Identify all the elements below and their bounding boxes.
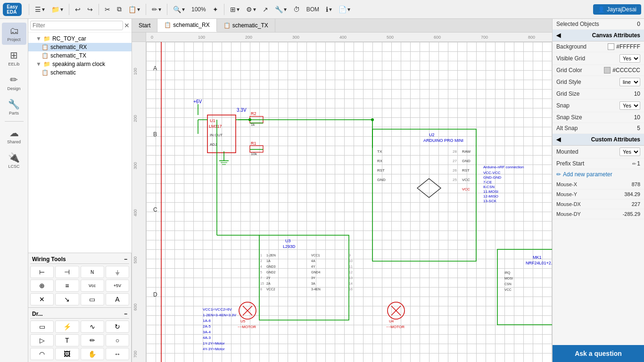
- redo-button[interactable]: ↪: [85, 4, 95, 15]
- svg-text:16: 16: [349, 288, 353, 291]
- settings-button[interactable]: ⚙▾: [244, 4, 258, 15]
- grid-button[interactable]: ⊞▾: [228, 4, 242, 15]
- canvas-with-ruler: 100 200 300 400 500 600 700 A B: [132, 42, 552, 362]
- share-button[interactable]: ↗: [260, 4, 271, 15]
- svg-point-113: [371, 118, 374, 121]
- svg-text:28: 28: [453, 149, 457, 154]
- canvas-attributes-collapse-icon: ◀: [556, 32, 561, 39]
- bus-tool[interactable]: ≡: [55, 280, 79, 292]
- canvas-attributes-label: Canvas Attributes: [592, 32, 640, 39]
- tree-item-schematic-tx[interactable]: 📋 schematic_TX: [28, 51, 132, 60]
- svg-text:11: 11: [349, 265, 353, 268]
- info-button[interactable]: ℹ▾: [323, 4, 334, 15]
- wire-tool[interactable]: ⊢: [30, 266, 54, 278]
- svg-rect-21: [372, 129, 476, 261]
- snap-size-row: Snap Size 10: [553, 112, 644, 123]
- zoom-percent-button[interactable]: 100%: [189, 5, 208, 14]
- grid-color-group[interactable]: #CCCCCC: [604, 67, 640, 74]
- snap-select[interactable]: Yes No: [619, 101, 640, 110]
- tree-item-alarm[interactable]: ▼ 📁 speaking alarm clock: [28, 60, 132, 68]
- power-port-tool[interactable]: ⏚: [106, 266, 129, 278]
- draw-button[interactable]: ✏▾: [149, 4, 164, 15]
- tab-schematic-tx[interactable]: 📋 schematic_TX: [217, 19, 275, 32]
- arc-tool[interactable]: ◠: [30, 348, 54, 360]
- net-label-tool[interactable]: N: [81, 266, 104, 278]
- custom-attributes-collapse-icon: ◀: [556, 136, 561, 143]
- tab-start[interactable]: Start: [132, 19, 157, 32]
- ruler-v-700: 700: [133, 351, 138, 358]
- hand-tool[interactable]: ✋: [81, 348, 104, 360]
- draw-tools-collapse-icon[interactable]: −: [124, 311, 127, 317]
- sidebar-item-lcsc[interactable]: 🔌 LCSC: [2, 149, 26, 172]
- tree-item-rc-toy[interactable]: ▼ 📁 RC_TOY_car: [28, 34, 132, 43]
- zoom-button[interactable]: 🔍▾: [171, 4, 187, 15]
- sidebar-left: 🗂 Project ⊞ EELib ✏ Design 🔧 Parts ☁ Sha…: [0, 19, 28, 362]
- cut-button[interactable]: ✂: [102, 4, 113, 15]
- junction-tool[interactable]: ⊕: [30, 280, 54, 292]
- vcc-tool[interactable]: Vcc: [81, 280, 104, 292]
- paste-button[interactable]: 📋▾: [126, 4, 142, 15]
- file-menu-button[interactable]: ☰▾: [33, 4, 47, 15]
- add-param-row[interactable]: ✏ Add new parameter: [553, 169, 644, 180]
- visible-grid-select[interactable]: Yes No: [619, 54, 640, 63]
- net-port-tool[interactable]: ⊣: [55, 266, 79, 278]
- export-button[interactable]: 📄▾: [336, 4, 353, 15]
- background-color-box[interactable]: [608, 43, 614, 50]
- visible-grid-row: Visible Grid Yes No: [553, 52, 644, 65]
- bus-entry-tool[interactable]: ↘: [55, 293, 79, 305]
- ruler-horizontal: 0 100 200 300 400 500 600 700 800: [132, 33, 552, 42]
- sidebar-item-elib[interactable]: ⊞ EELib: [2, 47, 26, 69]
- tree-item-schematic-alarm[interactable]: 📋 schematic: [28, 68, 132, 77]
- mounted-select[interactable]: Yes No: [619, 148, 640, 156]
- ask-question-button[interactable]: Ask a question: [553, 345, 644, 362]
- user-button[interactable]: 👤 JayrajDesai: [593, 4, 641, 15]
- prefix-start-edit-icon[interactable]: ✏: [632, 161, 636, 166]
- tab-schematic-rx[interactable]: 📋 schematic_RX: [157, 19, 216, 32]
- open-button[interactable]: 📁▾: [49, 4, 66, 15]
- bom-button[interactable]: BOM: [304, 5, 322, 14]
- sidebar-item-shared[interactable]: ☁ Shared: [2, 124, 26, 147]
- canvas-wrapper[interactable]: 0 100 200 300 400 500 600 700 800 100 20…: [132, 33, 552, 362]
- rotate-tool[interactable]: ↻: [106, 321, 129, 333]
- grid-color-box[interactable]: [604, 67, 611, 74]
- filter-input[interactable]: [30, 21, 123, 30]
- filter-clear-button[interactable]: ✕: [124, 22, 130, 29]
- arrow-tool[interactable]: ▷: [30, 334, 54, 346]
- star-button[interactable]: ✦: [210, 4, 221, 15]
- 5v-tool[interactable]: +5V: [106, 280, 129, 292]
- wiring-tools-collapse-icon[interactable]: −: [124, 256, 127, 263]
- grid-style-select[interactable]: line dot: [619, 78, 640, 86]
- svg-text:3A-4: 3A-4: [203, 330, 211, 334]
- undo-button[interactable]: ↩: [73, 4, 83, 15]
- annotation-tool[interactable]: A: [106, 293, 129, 305]
- circle-tool[interactable]: ○: [106, 334, 129, 346]
- image-tool[interactable]: 🖼: [55, 348, 79, 360]
- history-button[interactable]: ⏱: [291, 4, 302, 15]
- ruler-vertical: 100 200 300 400 500 600 700: [132, 42, 146, 362]
- curve-tool[interactable]: ∿: [81, 321, 104, 333]
- border-label-c: C: [153, 206, 157, 213]
- grid-style-row: Grid Style line dot: [553, 76, 644, 89]
- copy-button[interactable]: ⧉: [115, 4, 124, 15]
- sidebar-item-parts[interactable]: 🔧 Parts: [2, 96, 26, 118]
- background-value-group[interactable]: #FFFFFF: [608, 43, 640, 50]
- svg-rect-14: [250, 146, 263, 152]
- text-tool[interactable]: T: [55, 334, 79, 346]
- sidebar-item-design[interactable]: ✏ Design: [2, 71, 26, 94]
- no-conn-tool[interactable]: ✕: [30, 293, 54, 305]
- logo[interactable]: EasyEDA: [3, 3, 22, 16]
- tab-schematic-tx-icon: 📋: [223, 22, 231, 29]
- tree-label-schematic-alarm: schematic: [50, 69, 76, 76]
- pen-tool[interactable]: ✏: [81, 334, 104, 346]
- tools-button[interactable]: 🔧▾: [272, 4, 289, 15]
- box-tool[interactable]: ▭: [81, 293, 104, 305]
- measure-tool[interactable]: ↔: [106, 348, 129, 360]
- background-row: Background #FFFFFF: [553, 41, 644, 52]
- tab-schematic-rx-icon: 📋: [164, 22, 171, 28]
- rect-tool[interactable]: ▭: [30, 321, 54, 333]
- tree-item-schematic-rx[interactable]: 📋 schematic_RX: [28, 43, 132, 51]
- schematic-canvas[interactable]: A B C D +6V U1 LM317 IN OUT ADJ: [146, 42, 552, 362]
- sidebar-item-project[interactable]: 🗂 Project: [2, 23, 26, 45]
- lightning-tool[interactable]: ⚡: [55, 321, 79, 333]
- sidebar-item-project-label: Project: [7, 37, 20, 42]
